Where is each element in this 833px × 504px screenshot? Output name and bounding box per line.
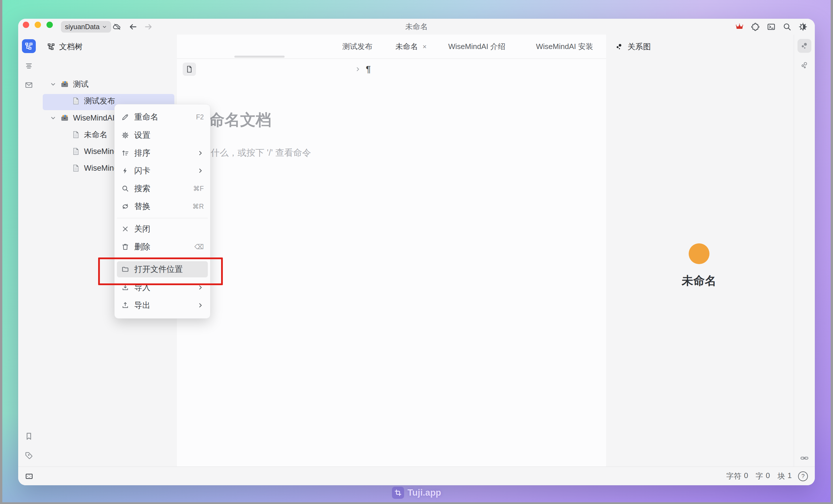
global-graph-icon bbox=[800, 60, 809, 70]
menu-item-delete[interactable]: 删除 ⌫ bbox=[117, 239, 208, 255]
doc-file-icon bbox=[72, 147, 80, 155]
gear-icon bbox=[121, 131, 129, 140]
watermark: Tuji.app bbox=[0, 487, 833, 499]
search-icon[interactable] bbox=[782, 22, 792, 32]
menu-item-search[interactable]: 搜索 ⌘F bbox=[117, 180, 208, 197]
flash-icon bbox=[121, 166, 129, 175]
menu-separator bbox=[117, 218, 208, 218]
close-icon bbox=[121, 225, 129, 233]
help-icon[interactable]: ? bbox=[798, 472, 808, 481]
annotation-highlight-box bbox=[98, 257, 223, 285]
breadcrumb-block-glyph[interactable]: ¶ bbox=[362, 62, 375, 76]
char-value: 0 bbox=[744, 471, 748, 481]
tab-wisemindai-intro[interactable]: WiseMindAI 介绍 bbox=[448, 34, 505, 58]
doc-label: 未命名 bbox=[84, 129, 108, 140]
vip-crown-icon[interactable] bbox=[734, 22, 745, 32]
rail-global-graph-button[interactable] bbox=[798, 58, 811, 72]
export-icon bbox=[121, 301, 129, 310]
doc-tree-title: 文档树 bbox=[59, 42, 82, 52]
close-window-button[interactable] bbox=[23, 22, 29, 28]
doc-tree-header: 文档树 bbox=[47, 40, 82, 53]
dock-outline-button[interactable] bbox=[22, 59, 36, 73]
tab-weiming-active[interactable]: 未命名 × bbox=[396, 34, 427, 58]
block-counter: 块 1 bbox=[778, 471, 792, 481]
rail-graph-button[interactable] bbox=[798, 39, 811, 53]
char-label: 字符 bbox=[727, 471, 741, 481]
tab-ceshifabu[interactable]: 测试发布 bbox=[342, 34, 372, 58]
word-counter: 字 0 bbox=[756, 471, 770, 481]
forward-icon[interactable] bbox=[143, 22, 153, 32]
fit-screen-icon[interactable] bbox=[25, 472, 34, 481]
dock-bookmark-button[interactable] bbox=[22, 429, 36, 443]
doc-file-icon bbox=[72, 97, 80, 105]
tab-label: WiseMindAI 介绍 bbox=[448, 42, 505, 52]
back-icon[interactable] bbox=[128, 22, 138, 32]
dock-inbox-button[interactable] bbox=[22, 78, 36, 92]
search-icon bbox=[121, 184, 129, 193]
menu-item-rename[interactable]: 重命名 F2 bbox=[117, 109, 208, 125]
tab-bar: 测试发布 未命名 × WiseMindAI 介绍 WiseMindAI 安装 + bbox=[177, 34, 606, 59]
cloud-off-sync-icon[interactable] bbox=[112, 22, 122, 32]
context-menu: 重命名 F2 设置 排序 闪卡 搜索 ⌘F 替换 ⌘R bbox=[114, 104, 210, 319]
tree-notebook-row[interactable]: 测试 bbox=[50, 76, 89, 92]
doc-tree-icon bbox=[47, 43, 55, 51]
menu-item-flashcard[interactable]: 闪卡 bbox=[117, 162, 208, 179]
breadcrumb-doc-button[interactable] bbox=[183, 62, 196, 76]
menu-item-export[interactable]: 导出 bbox=[117, 297, 208, 313]
crop-logo-icon bbox=[392, 487, 404, 499]
zoom-window-button[interactable] bbox=[46, 22, 53, 28]
relation-graph-panel: 关系图 未命名 bbox=[606, 34, 794, 467]
doc-file-icon bbox=[72, 164, 80, 172]
chevron-right-icon bbox=[197, 302, 204, 309]
block-label: 块 bbox=[778, 471, 785, 481]
active-tab-indicator bbox=[234, 56, 285, 58]
doc-file-icon bbox=[72, 131, 80, 139]
notebook-label: 测试 bbox=[73, 79, 89, 90]
tree-doc-row[interactable]: 未命名 bbox=[72, 127, 108, 143]
theme-contrast-icon[interactable] bbox=[798, 22, 808, 32]
minimize-window-button[interactable] bbox=[34, 22, 41, 28]
watermark-text: Tuji.app bbox=[408, 487, 441, 498]
menu-item-settings[interactable]: 设置 bbox=[117, 127, 208, 143]
file-icon bbox=[185, 65, 193, 73]
plugin-puzzle-icon[interactable] bbox=[750, 22, 761, 32]
dock-doc-tree-button[interactable] bbox=[22, 39, 36, 53]
word-label: 字 bbox=[756, 471, 763, 481]
close-tab-icon[interactable]: × bbox=[423, 43, 427, 51]
notebook-box-icon bbox=[60, 80, 69, 89]
graph-node-label[interactable]: 未命名 bbox=[641, 273, 757, 288]
dock-tag-button[interactable] bbox=[22, 449, 36, 462]
tab-label: WiseMindAI 安装 bbox=[536, 42, 593, 52]
graph-title: 关系图 bbox=[627, 42, 651, 52]
titlebar: siyuanData 未命名 bbox=[18, 19, 815, 35]
notebook-box-icon bbox=[60, 114, 69, 122]
menu-item-close[interactable]: 关闭 bbox=[117, 221, 208, 237]
tab-label: 未命名 bbox=[396, 42, 418, 52]
workspace-switcher[interactable]: siyuanData bbox=[61, 21, 111, 32]
menu-item-sort[interactable]: 排序 bbox=[117, 145, 208, 161]
tree-doc-row[interactable]: 测试发布 bbox=[72, 93, 115, 109]
word-value: 0 bbox=[766, 471, 770, 481]
chevron-right-icon bbox=[197, 150, 204, 156]
tab-wisemindai-install[interactable]: WiseMindAI 安装 bbox=[536, 34, 593, 58]
editor-column: 测试发布 未命名 × WiseMindAI 介绍 WiseMindAI 安装 + bbox=[177, 34, 606, 467]
menu-item-replace[interactable]: 替换 ⌘R bbox=[117, 198, 208, 215]
screen-edge-left bbox=[0, 0, 2, 504]
rail-link-button[interactable] bbox=[798, 451, 811, 465]
doc-tree-icon bbox=[25, 42, 33, 50]
terminal-icon[interactable] bbox=[766, 22, 777, 32]
swap-arrows-icon bbox=[121, 202, 129, 211]
breadcrumb-bar: ¶ bbox=[177, 58, 606, 84]
left-dock bbox=[18, 34, 40, 467]
screen-edge-bottom bbox=[0, 502, 833, 504]
chevron-down-icon[interactable] bbox=[50, 81, 56, 87]
outline-icon bbox=[25, 61, 33, 70]
graph-dots-icon bbox=[800, 41, 809, 50]
status-bar: 字符 0 字 0 块 1 ? bbox=[18, 467, 815, 485]
doc-label: 测试发布 bbox=[84, 96, 115, 106]
bookmark-icon bbox=[25, 432, 33, 440]
chevron-down-icon bbox=[102, 24, 107, 29]
graph-node-circle[interactable] bbox=[689, 243, 710, 264]
workspace-name: siyuanData bbox=[65, 23, 100, 31]
chevron-down-icon[interactable] bbox=[50, 115, 56, 121]
